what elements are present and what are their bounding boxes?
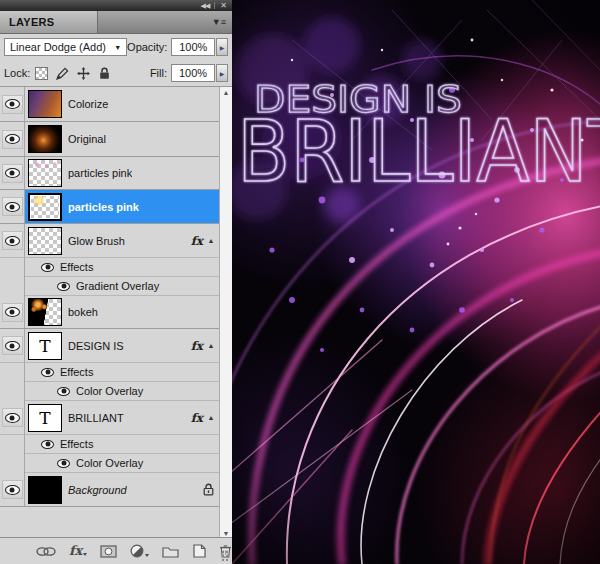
layer-list: Colorize Original particles <box>0 86 232 539</box>
visibility-cell[interactable] <box>0 190 25 223</box>
layer-thumbnail[interactable] <box>28 476 62 504</box>
layer-name[interactable]: Colorize <box>68 98 108 110</box>
new-group-icon[interactable] <box>162 545 179 558</box>
opacity-slider-button[interactable]: ▶ <box>216 38 228 56</box>
dock-header: ◀◀ ✕ <box>0 0 232 11</box>
chevron-down-icon: ▼ <box>114 44 121 51</box>
layer-name[interactable]: particles pink <box>68 201 139 213</box>
layer-thumbnail[interactable] <box>28 193 62 221</box>
layer-name[interactable]: BRILLIANT <box>68 412 124 424</box>
layer-row-design-is[interactable]: T DESIGN IS fx ▲ <box>0 329 219 363</box>
layer-row-original[interactable]: Original <box>0 122 219 157</box>
collapse-to-icons-icon[interactable]: ◀◀ <box>201 2 210 9</box>
effects-label[interactable]: Effects <box>60 366 93 378</box>
layer-row-bokeh[interactable]: bokeh <box>0 296 219 329</box>
layer-style-fx-badge[interactable]: fx <box>191 411 203 425</box>
new-layer-icon[interactable] <box>192 544 206 558</box>
layer-name[interactable]: particles pink <box>68 167 132 179</box>
layer-thumbnail[interactable] <box>28 227 62 255</box>
effects-label[interactable]: Effects <box>60 438 93 450</box>
eye-icon <box>5 307 20 317</box>
add-layer-style-icon[interactable]: fx <box>69 545 87 557</box>
layer-row-brilliant[interactable]: T BRILLIANT fx ▲ <box>0 401 219 435</box>
layers-panel-toolbar: fx <box>0 537 232 564</box>
gradient-overlay-label[interactable]: Gradient Overlay <box>76 280 159 292</box>
link-layers-icon[interactable] <box>36 546 56 557</box>
eye-icon[interactable] <box>57 282 70 291</box>
type-layer-thumbnail[interactable]: T <box>28 404 62 432</box>
eye-icon[interactable] <box>57 387 70 396</box>
visibility-cell[interactable] <box>0 157 25 189</box>
color-overlay-row[interactable]: Color Overlay <box>0 382 219 401</box>
eye-icon <box>5 485 20 495</box>
layer-row-glow-brush[interactable]: Glow Brush fx ▲ <box>0 224 219 258</box>
lock-options-row: Lock: Fill: 100% ▶ <box>0 60 232 86</box>
panel-menu-icon[interactable]: ▼≡ <box>212 11 232 33</box>
visibility-cell[interactable] <box>0 122 25 156</box>
eye-icon <box>5 202 20 212</box>
eye-icon[interactable] <box>41 440 54 449</box>
gradient-overlay-row[interactable]: Gradient Overlay <box>0 277 219 296</box>
vertical-scrollbar[interactable]: ▲ ▼ <box>219 87 232 539</box>
layer-thumbnail[interactable] <box>28 159 62 187</box>
layer-row-background[interactable]: Background <box>0 473 219 507</box>
panel-tab-bar: LAYERS ▼≡ <box>0 11 232 34</box>
panel-resize-grip[interactable] <box>221 550 230 562</box>
effects-row[interactable]: Effects <box>0 435 219 454</box>
effects-row[interactable]: Effects <box>0 258 219 277</box>
color-overlay-row[interactable]: Color Overlay <box>0 454 219 473</box>
document-canvas[interactable]: DESIGN IS BRILLIANT <box>232 0 600 564</box>
visibility-cell[interactable] <box>0 224 25 257</box>
eye-icon <box>5 99 20 109</box>
layer-thumbnail[interactable] <box>28 298 62 326</box>
visibility-cell[interactable] <box>0 401 25 434</box>
close-panel-icon[interactable]: ✕ <box>220 2 227 9</box>
eye-icon <box>5 341 20 351</box>
effects-row[interactable]: Effects <box>0 363 219 382</box>
visibility-cell[interactable] <box>0 473 25 506</box>
layer-row-colorize[interactable]: Colorize <box>0 87 219 122</box>
color-overlay-label[interactable]: Color Overlay <box>76 457 143 469</box>
opacity-label: Opacity: <box>127 41 167 53</box>
adjustment-layer-icon[interactable] <box>130 544 149 558</box>
eye-icon <box>5 168 20 178</box>
blend-options-row: Linear Dodge (Add) ▼ Opacity: 100% ▶ <box>0 34 232 60</box>
lock-transparent-pixels-icon[interactable] <box>34 66 49 81</box>
tab-layers[interactable]: LAYERS <box>0 11 98 33</box>
collapse-effects-icon[interactable]: ▲ <box>203 414 219 421</box>
lock-all-padlock-icon[interactable] <box>97 66 112 81</box>
layer-style-fx-badge[interactable]: fx <box>191 234 203 248</box>
layer-thumbnail[interactable] <box>28 90 62 118</box>
lock-position-move-icon[interactable] <box>76 66 91 81</box>
layer-name[interactable]: Glow Brush <box>68 235 125 247</box>
layer-row-particles-pink-selected[interactable]: particles pink <box>0 190 219 224</box>
dock-separator <box>214 2 215 9</box>
layer-row-particles-pink[interactable]: particles pink <box>0 157 219 190</box>
visibility-cell[interactable] <box>0 296 25 328</box>
type-layer-thumbnail[interactable]: T <box>28 332 62 360</box>
visibility-cell[interactable] <box>0 329 25 362</box>
layer-name[interactable]: bokeh <box>68 306 98 318</box>
layer-style-fx-badge[interactable]: fx <box>191 339 203 353</box>
visibility-cell[interactable] <box>0 87 25 121</box>
eye-icon[interactable] <box>41 368 54 377</box>
color-overlay-label[interactable]: Color Overlay <box>76 385 143 397</box>
opacity-input[interactable]: 100% <box>171 38 215 56</box>
effects-label[interactable]: Effects <box>60 261 93 273</box>
layer-thumbnail[interactable] <box>28 125 62 153</box>
fill-slider-button[interactable]: ▶ <box>216 64 228 82</box>
eye-icon[interactable] <box>57 459 70 468</box>
fill-input[interactable]: 100% <box>171 64 215 82</box>
eye-icon <box>5 134 20 144</box>
layer-name[interactable]: Background <box>68 484 127 496</box>
lock-image-pixels-brush-icon[interactable] <box>55 66 70 81</box>
layer-name[interactable]: Original <box>68 133 106 145</box>
scroll-up-icon[interactable]: ▲ <box>223 87 230 98</box>
eye-icon[interactable] <box>41 263 54 272</box>
layer-name[interactable]: DESIGN IS <box>68 340 124 352</box>
collapse-effects-icon[interactable]: ▲ <box>203 237 219 244</box>
blend-mode-select[interactable]: Linear Dodge (Add) ▼ <box>4 38 127 56</box>
collapse-effects-icon[interactable]: ▲ <box>203 342 219 349</box>
photoshop-workspace: DESIGN IS BRILLIANT ◀◀ ✕ LAYERS ▼≡ Linea… <box>0 0 600 564</box>
add-layer-mask-icon[interactable] <box>100 545 117 558</box>
